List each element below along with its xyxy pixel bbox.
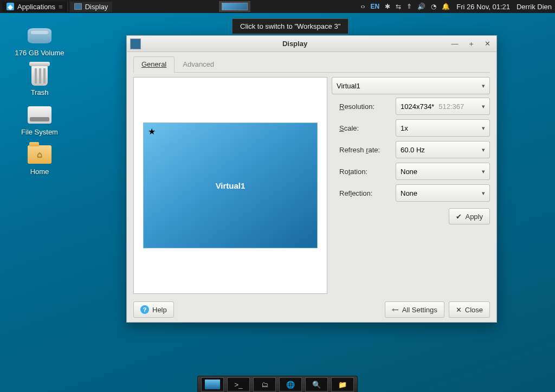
- folder2-icon: 📁: [338, 381, 347, 389]
- tab-advanced[interactable]: Advanced: [175, 56, 222, 73]
- row-resolution: Resolution: 1024x734* 512:367 ▾: [332, 97, 490, 116]
- maximize-button[interactable]: ＋: [465, 38, 477, 49]
- dock-item-folder[interactable]: 📁: [331, 377, 354, 391]
- power-icon[interactable]: ◔: [431, 3, 436, 10]
- refresh-value: 60.0 Hz: [401, 146, 425, 154]
- minimize-button[interactable]: —: [449, 38, 461, 49]
- window-title: Display: [144, 40, 446, 48]
- settings-body: ★ Virtual1 Virtual1 ▾ Resolution: 1024x7…: [133, 77, 490, 294]
- desktop-icon-volume[interactable]: 176 GB Volume: [15, 25, 64, 57]
- close-label: Close: [465, 306, 483, 314]
- workspace-tooltip: Click to switch to "Workspace 3": [232, 18, 349, 34]
- notifications-icon[interactable]: 🔔: [442, 3, 450, 10]
- window-buttons: — ＋ ✕: [446, 38, 496, 49]
- globe-icon: 🌐: [286, 381, 295, 389]
- workspace-pager[interactable]: [219, 1, 250, 12]
- xfce-logo-icon: ◆: [7, 3, 14, 10]
- applications-label: Applications: [17, 3, 55, 11]
- apply-label: Apply: [465, 213, 483, 221]
- reflection-label: Reflection:: [339, 189, 393, 197]
- bottom-dock: >_ 🗂 🌐 🔍 📁: [197, 376, 358, 392]
- sync-icon[interactable]: ⇆: [396, 3, 401, 10]
- row-rotation: Rotation: None ▾: [332, 162, 490, 181]
- chevron-down-icon: ▾: [482, 146, 485, 153]
- check-icon: ✔: [456, 213, 462, 221]
- desktop-icon-filesystem-label: File System: [21, 128, 58, 136]
- rotation-value: None: [401, 168, 417, 176]
- chevron-down-icon: ▾: [482, 125, 485, 132]
- rotation-select[interactable]: None ▾: [396, 163, 490, 180]
- task-label: Display: [85, 3, 108, 11]
- all-settings-button[interactable]: 🡐 All Settings: [385, 301, 444, 318]
- dock-item-desktop[interactable]: [201, 377, 224, 391]
- desktop-icon: [205, 380, 220, 389]
- dock-item-browser[interactable]: 🌐: [279, 377, 302, 391]
- resolution-label: Resolution:: [339, 102, 393, 111]
- dialog-footer: ? Help 🡐 All Settings ✕ Close: [133, 296, 490, 318]
- display-preview[interactable]: ★ Virtual1: [133, 77, 327, 294]
- row-reflection: Reflection: None ▾: [332, 183, 490, 203]
- close-window-button[interactable]: ✕: [481, 38, 493, 49]
- clock[interactable]: Fri 26 Nov, 01:21: [453, 3, 513, 11]
- help-button[interactable]: ? Help: [133, 301, 174, 318]
- dock-item-search[interactable]: 🔍: [305, 377, 328, 391]
- files-icon: 🗂: [261, 381, 268, 389]
- help-icon: ?: [140, 305, 149, 314]
- help-label: Help: [152, 306, 167, 314]
- close-button[interactable]: ✕ Close: [449, 301, 490, 318]
- bluetooth-icon[interactable]: ✱: [385, 3, 390, 10]
- top-panel: ◆ Applications ≡ Display ‹› EN ✱ ⇆ ⇑ 🔊 ◔…: [0, 0, 555, 13]
- monitor-select[interactable]: Virtual1 ▾: [332, 77, 490, 94]
- scale-value: 1x: [401, 124, 408, 132]
- folder-home-icon: ⌂: [27, 144, 53, 165]
- row-refresh: Refresh rate: 60.0 Hz ▾: [332, 140, 490, 159]
- chevron-down-icon: ▾: [482, 168, 485, 175]
- desktop-icons: 176 GB Volume Trash File System ⌂ Home: [10, 25, 69, 176]
- terminal-icon: >_: [235, 381, 243, 389]
- desktop-icon-home[interactable]: ⌂ Home: [27, 144, 53, 176]
- resolution-ratio: 512:367: [438, 102, 464, 111]
- refresh-label: Refresh rate:: [339, 146, 393, 154]
- monitor-thumb[interactable]: ★ Virtual1: [143, 123, 318, 248]
- monitor-thumb-label: Virtual1: [216, 181, 246, 190]
- window-content: General Advanced ★ Virtual1 Virtual1 ▾ R…: [127, 52, 496, 322]
- apply-button[interactable]: ✔ Apply: [449, 208, 490, 224]
- scale-select[interactable]: 1x ▾: [396, 119, 490, 137]
- disk-icon: [27, 25, 53, 47]
- task-display[interactable]: Display: [70, 2, 113, 12]
- tab-general[interactable]: General: [133, 56, 175, 73]
- display-settings-window: Display — ＋ ✕ General Advanced ★ Virtual…: [126, 35, 497, 323]
- desktop-icon-trash[interactable]: Trash: [27, 65, 53, 97]
- tab-advanced-label: Advanced: [183, 60, 214, 68]
- panel-left: ◆ Applications ≡ Display: [0, 2, 112, 12]
- dock-item-terminal[interactable]: >_: [227, 377, 250, 391]
- close-icon: ✕: [456, 306, 462, 314]
- refresh-select[interactable]: 60.0 Hz ▾: [396, 141, 490, 158]
- back-arrow-icon: 🡐: [392, 306, 399, 314]
- scale-label: Scale:: [339, 124, 393, 132]
- reflection-value: None: [401, 189, 417, 197]
- titlebar[interactable]: Display — ＋ ✕: [127, 36, 496, 52]
- network-icon[interactable]: ‹›: [361, 3, 365, 10]
- chevron-down-icon: ▾: [482, 103, 485, 110]
- volume-icon[interactable]: 🔊: [417, 3, 425, 10]
- desktop-icon-trash-label: Trash: [31, 88, 49, 97]
- primary-star-icon: ★: [148, 126, 156, 137]
- settings-column: Virtual1 ▾ Resolution: 1024x734* 512:367…: [332, 77, 490, 294]
- desktop-icon-filesystem[interactable]: File System: [21, 104, 58, 136]
- upload-icon[interactable]: ⇑: [406, 3, 412, 10]
- resolution-select[interactable]: 1024x734* 512:367 ▾: [396, 98, 490, 115]
- menu-separator-icon: ≡: [59, 3, 63, 11]
- trash-icon: [27, 65, 53, 86]
- search-icon: 🔍: [312, 381, 321, 389]
- keyboard-layout-indicator[interactable]: EN: [371, 3, 380, 10]
- hdd-icon: [27, 104, 53, 126]
- desktop-icon-volume-label: 176 GB Volume: [15, 49, 64, 57]
- reflection-select[interactable]: None ▾: [396, 184, 490, 202]
- applications-menu-button[interactable]: ◆ Applications ≡: [2, 2, 68, 12]
- tabs: General Advanced: [133, 56, 490, 73]
- dock-item-files[interactable]: 🗂: [253, 377, 276, 391]
- rotation-label: Rotation:: [339, 168, 393, 176]
- user-name[interactable]: Derrik Dien: [513, 3, 555, 11]
- desktop-icon-home-label: Home: [30, 168, 49, 176]
